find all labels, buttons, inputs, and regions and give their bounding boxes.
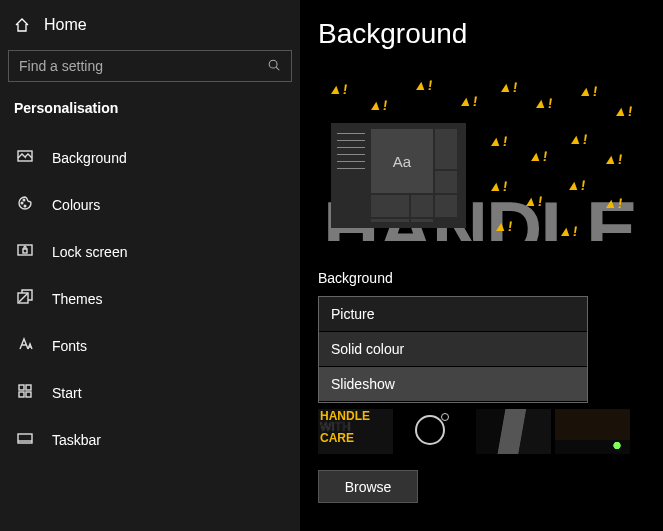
themes-icon [16, 289, 34, 308]
svg-point-0 [269, 60, 277, 68]
recent-image-4[interactable] [555, 409, 630, 454]
start-icon [16, 383, 34, 402]
recent-image-2[interactable] [397, 409, 472, 454]
nav-label: Lock screen [52, 244, 127, 260]
nav-label: Fonts [52, 338, 87, 354]
section-heading: Personalisation [2, 96, 298, 136]
recent-image-3[interactable] [476, 409, 551, 454]
browse-button[interactable]: Browse [318, 470, 418, 503]
svg-rect-6 [23, 249, 27, 253]
fonts-icon [16, 336, 34, 355]
colours-icon [16, 195, 34, 214]
theme-preview-overlay: Aa [331, 123, 466, 228]
recent-image-1[interactable]: HANDLE WITH CARE [318, 409, 393, 454]
sidebar-item-colours[interactable]: Colours [2, 183, 298, 226]
background-dropdown[interactable]: Picture Solid colour Slideshow [318, 296, 588, 403]
desktop-preview: HANDLEWITHCare ▲!▲! ▲!▲! ▲!▲! ▲!▲! ▲!▲! … [318, 72, 638, 242]
search-icon [267, 58, 281, 75]
svg-point-4 [24, 205, 26, 207]
nav-label: Background [52, 150, 127, 166]
taskbar-icon [16, 430, 34, 449]
option-solid-colour[interactable]: Solid colour [319, 332, 587, 367]
sidebar-item-taskbar[interactable]: Taskbar [2, 418, 298, 461]
lockscreen-icon [16, 242, 34, 261]
settings-sidebar: Home Find a setting Personalisation Back… [0, 0, 300, 531]
svg-point-2 [21, 202, 23, 204]
sidebar-item-themes[interactable]: Themes [2, 277, 298, 320]
option-slideshow[interactable]: Slideshow [319, 367, 587, 402]
sample-text: Aa [371, 129, 433, 193]
option-picture[interactable]: Picture [319, 297, 587, 332]
svg-point-3 [23, 199, 25, 201]
nav-label: Themes [52, 291, 103, 307]
nav-label: Colours [52, 197, 100, 213]
home-icon [14, 17, 30, 33]
svg-rect-8 [19, 385, 24, 390]
recent-images: HANDLE WITH CARE [318, 409, 645, 454]
svg-rect-9 [26, 385, 31, 390]
page-title: Background [318, 18, 645, 50]
svg-rect-11 [26, 392, 31, 397]
sidebar-item-background[interactable]: Background [2, 136, 298, 179]
background-label: Background [318, 270, 645, 286]
background-icon [16, 148, 34, 167]
sidebar-item-lockscreen[interactable]: Lock screen [2, 230, 298, 273]
nav-label: Taskbar [52, 432, 101, 448]
sidebar-item-fonts[interactable]: Fonts [2, 324, 298, 367]
content-pane: Background HANDLEWITHCare ▲!▲! ▲!▲! ▲!▲!… [300, 0, 663, 531]
home-label: Home [44, 16, 87, 34]
search-placeholder: Find a setting [19, 58, 103, 74]
search-input[interactable]: Find a setting [8, 50, 292, 82]
svg-rect-10 [19, 392, 24, 397]
home-link[interactable]: Home [2, 8, 298, 50]
nav-label: Start [52, 385, 82, 401]
sidebar-item-start[interactable]: Start [2, 371, 298, 414]
nav-list: Background Colours Lock screen Themes Fo… [2, 136, 298, 461]
